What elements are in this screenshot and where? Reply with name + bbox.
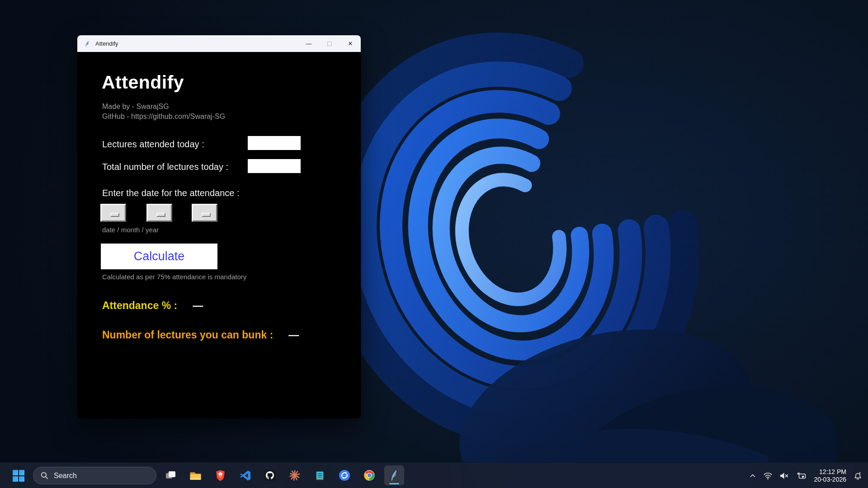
svg-text:z: z bbox=[859, 471, 861, 474]
search-placeholder: Search bbox=[54, 472, 77, 480]
minimize-button[interactable]: — bbox=[298, 35, 319, 52]
chrome-icon bbox=[363, 469, 376, 482]
claude-starburst-icon bbox=[288, 469, 301, 482]
python-feather-icon bbox=[388, 469, 400, 481]
active-app-indicator bbox=[389, 483, 399, 484]
window-title: Attendify bbox=[95, 40, 118, 47]
hidden-icons-button[interactable] bbox=[749, 472, 756, 479]
calculate-note: Calculated as per 75% attendance is mand… bbox=[102, 273, 246, 281]
attendify-window: Attendify — ✕ Attendify Made by - Swaraj… bbox=[77, 35, 361, 418]
chevron-up-icon bbox=[749, 472, 756, 479]
lectures-attended-input[interactable] bbox=[248, 136, 301, 150]
notepad-icon bbox=[314, 469, 326, 482]
attendance-label: Attendance % : bbox=[102, 300, 177, 312]
notification-center-button[interactable]: z bbox=[853, 471, 863, 480]
lectures-attended-label: Lectures attended today : bbox=[102, 139, 204, 150]
file-explorer-button[interactable] bbox=[185, 465, 205, 485]
folder-icon bbox=[189, 469, 202, 482]
dropdown-indicator-icon bbox=[156, 213, 165, 217]
chrome-button[interactable] bbox=[359, 465, 379, 485]
date-section-label: Enter the date for the attendance : bbox=[102, 188, 240, 198]
window-titlebar: Attendify — ✕ bbox=[77, 35, 361, 52]
maximize-icon bbox=[327, 42, 332, 46]
taskbar-search[interactable]: Search bbox=[33, 467, 156, 484]
month-dropdown[interactable] bbox=[146, 204, 172, 222]
bunk-value: — bbox=[288, 329, 299, 341]
dropdown-indicator-icon bbox=[110, 213, 119, 217]
total-lectures-label: Total number of lectures today : bbox=[102, 162, 228, 172]
date-format-hint: date / month / year bbox=[102, 226, 159, 234]
github-octocat-icon bbox=[264, 469, 276, 482]
wifi-button[interactable] bbox=[763, 472, 773, 480]
python-feather-icon bbox=[84, 40, 91, 47]
start-button[interactable] bbox=[9, 466, 28, 485]
attendance-result-row: Attendance % : — bbox=[102, 300, 203, 312]
volume-muted-icon bbox=[779, 472, 789, 480]
brave-button[interactable] bbox=[210, 465, 230, 485]
app-github-link-text: GitHub - https://github.com/Swaraj-SG bbox=[102, 113, 225, 121]
clock[interactable]: 12:12 PM 20-03-2026 bbox=[814, 468, 846, 483]
vscode-icon bbox=[239, 469, 251, 482]
brave-lion-icon bbox=[214, 469, 226, 482]
app-content: Attendify Made by - SwarajSG GitHub - ht… bbox=[77, 52, 361, 418]
volume-button[interactable] bbox=[779, 472, 789, 480]
date-dropdown[interactable] bbox=[100, 204, 126, 222]
notification-bell-dnd-icon: z bbox=[853, 471, 863, 480]
tray-time: 12:12 PM bbox=[814, 468, 846, 476]
python-app-button[interactable] bbox=[384, 465, 404, 485]
maximize-button[interactable] bbox=[319, 35, 340, 52]
calculate-button[interactable]: Calculate bbox=[101, 244, 217, 269]
notepad-button[interactable] bbox=[310, 465, 330, 485]
wifi-icon bbox=[763, 472, 773, 480]
search-icon bbox=[41, 472, 48, 479]
system-tray: 12:12 PM 20-03-2026 z bbox=[749, 463, 868, 488]
taskbar-apps bbox=[160, 465, 404, 485]
app-title: Attendify bbox=[102, 72, 184, 93]
dropdown-indicator-icon bbox=[202, 213, 211, 217]
vscode-button[interactable] bbox=[235, 465, 255, 485]
claude-button[interactable] bbox=[285, 465, 305, 485]
total-lectures-input[interactable] bbox=[248, 159, 301, 173]
windows-logo-icon bbox=[13, 470, 24, 482]
tray-date: 20-03-2026 bbox=[814, 476, 846, 483]
taskbar: Search bbox=[0, 462, 868, 488]
year-dropdown[interactable] bbox=[192, 204, 217, 222]
wallpaper-bloom-graphic bbox=[316, 14, 836, 488]
task-view-icon bbox=[164, 469, 177, 482]
task-view-button[interactable] bbox=[160, 465, 180, 485]
bunk-label: Number of lectures you can bunk : bbox=[102, 329, 273, 341]
attendance-value: — bbox=[193, 300, 203, 312]
close-button[interactable]: ✕ bbox=[340, 35, 361, 52]
battery-saver-icon bbox=[796, 471, 807, 480]
sync-arrows-icon bbox=[338, 469, 351, 482]
sync-app-button[interactable] bbox=[335, 465, 354, 485]
bunk-result-row: Number of lectures you can bunk : — bbox=[102, 329, 299, 341]
github-desktop-button[interactable] bbox=[260, 465, 280, 485]
battery-button[interactable] bbox=[796, 471, 807, 480]
app-byline: Made by - SwarajSG bbox=[102, 103, 169, 111]
